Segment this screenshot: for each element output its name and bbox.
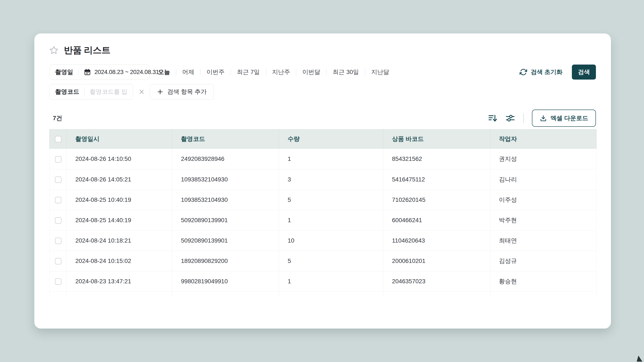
quick-range-item[interactable]: 지난주 [272,68,290,76]
select-all-checkbox[interactable] [55,136,62,142]
quick-ranges: 오늘어제이번주최근 7일지난주이번달최근 30일지난달 [158,68,389,76]
page-header: 반품 리스트 [49,33,596,55]
cell-product-barcode: 600466241 [384,210,490,230]
download-icon [540,114,547,122]
quick-range-item[interactable]: 이번주 [206,68,224,76]
cell-shoot-code: 50920890139901 [172,210,279,230]
cell-shoot-code: 99802819049910 [172,271,279,292]
code-filter-row: 촬영코드 검색 항목 추가 [49,84,596,99]
table-row[interactable]: 2024-08-26 14:05:21 10938532104930 3 541… [50,169,596,190]
cell-product-barcode: 5416475112 [384,169,490,190]
page-background: { "page": { "title": "반품 리스트", "count_la… [0,0,644,362]
column-header-shoot-code[interactable]: 촬영코드 [172,129,279,149]
date-field-label: 촬영일 [55,68,73,76]
cell-quantity: 1 [279,271,384,292]
cell-quantity: 3 [279,169,384,190]
toolbar-divider [523,113,524,123]
table-row[interactable]: 2024-08-24 10:18:21 50920890139901 10 11… [50,230,596,251]
list-toolbar: 7건 [49,109,596,127]
quick-range-item[interactable]: 지난달 [371,68,389,76]
cell-quantity: 5 [279,251,384,271]
row-checkbox[interactable] [55,156,62,163]
cell-worker: 이주성 [490,190,596,210]
cell-shoot-datetime: 2024-08-25 14:40:19 [67,210,172,230]
table-body: 2024-08-26 14:10:50 2492083928946 1 8543… [50,149,596,297]
excel-download-button[interactable]: 엑셀 다운로드 [532,110,596,127]
sliders-icon [505,113,515,123]
reset-search-label: 검색 초기화 [531,68,562,76]
toolbar-icons: 엑셀 다운로드 [488,110,596,127]
add-search-item-button[interactable]: 검색 항목 추가 [150,84,214,99]
quick-range-separator [365,69,365,75]
refresh-icon [520,68,527,76]
cell-shoot-code: 10938532104930 [172,169,279,190]
quick-range-separator [326,69,326,75]
remove-filter-button[interactable] [138,88,145,95]
excel-download-label: 엑셀 다운로드 [550,114,588,122]
column-settings-button[interactable] [505,113,515,123]
row-checkbox[interactable] [55,176,62,183]
sort-button[interactable] [488,113,498,123]
cell-shoot-datetime: 2024-08-26 14:05:21 [67,169,172,190]
cell-product-barcode: 854321562 [384,149,490,169]
cell-worker: 최태연 [490,230,596,251]
cell-worker: 김성규 [490,251,596,271]
row-checkbox[interactable] [55,278,62,285]
quick-range-separator [176,69,176,75]
cell-shoot-datetime: 2024-08-25 10:40:19 [67,190,172,210]
quick-range-item[interactable]: 어제 [182,68,194,76]
cell-quantity: 10 [279,230,384,251]
mouse-cursor [634,355,642,362]
cell-quantity: 5 [279,190,384,210]
cell-shoot-code: 18920890829200 [172,251,279,271]
date-range-value: 2024.08.23 ~ 2024.08.31 [94,69,159,75]
divider [84,87,84,96]
column-header-shoot-datetime[interactable]: 촬영일시 [67,129,172,149]
calendar-icon [84,68,91,76]
quick-range-item[interactable]: 이번달 [302,68,320,76]
row-checkbox[interactable] [55,217,62,224]
row-checkbox[interactable] [55,238,62,244]
table-row[interactable]: 2024-08-26 14:10:50 2492083928946 1 8543… [50,149,596,169]
cell-worker: 권지성 [490,149,596,169]
cell-worker: 김나리 [490,169,596,190]
column-header-quantity[interactable]: 수량 [279,129,384,149]
quick-range-separator [296,69,296,75]
column-header-worker[interactable]: 작업자 [490,129,596,149]
quick-range-separator [266,69,266,75]
table-header: 촬영일시 촬영코드 수량 상품 바코드 작업자 [50,129,596,149]
code-filter-field: 촬영코드 [49,84,133,99]
search-actions: 검색 초기화 검색 [520,64,596,79]
search-button[interactable]: 검색 [572,64,596,79]
code-input[interactable] [90,88,127,95]
table-row[interactable]: 2024-08-25 14:40:19 50920890139901 1 600… [50,210,596,230]
table-row[interactable]: 2024-08-25 10:40:19 10938532104930 5 710… [50,190,596,210]
content-card: 반품 리스트 촬영일 2024.08.23 ~ 2024.08.31 오늘어제이… [34,33,611,329]
quick-range-item[interactable]: 오늘 [158,68,170,76]
page-title: 반품 리스트 [64,44,110,56]
quick-range-item[interactable]: 최근 30일 [332,68,359,76]
table-row[interactable]: 2024-08-24 10:15:02 18920890829200 5 200… [50,251,596,271]
sort-icon [488,113,498,123]
add-search-item-label: 검색 항목 추가 [167,88,207,96]
cell-product-barcode: 2046357023 [384,271,490,292]
cell-product-barcode: 7102620145 [384,190,490,210]
cell-shoot-datetime: 2024-08-24 10:18:21 [67,230,172,251]
date-filter-row: 촬영일 2024.08.23 ~ 2024.08.31 오늘어제이번주최근 7일… [49,64,596,80]
cell-shoot-code: 50920890139901 [172,230,279,251]
quick-range-item[interactable]: 최근 7일 [237,68,260,76]
cell-quantity: 1 [279,149,384,169]
cell-shoot-code: 2492083928946 [172,149,279,169]
column-header-product-barcode[interactable]: 상품 바코드 [384,129,490,149]
table-row[interactable]: 2024-08-23 13:47:21 99802819049910 1 204… [50,271,596,292]
returns-table: 촬영일시 촬영코드 수량 상품 바코드 작업자 2024-08-26 14:10… [49,129,596,297]
favorite-star-icon[interactable] [49,46,58,55]
cell-shoot-code: 10938532104930 [172,190,279,210]
cell-shoot-datetime: 2024-08-24 10:15:02 [67,251,172,271]
row-checkbox[interactable] [55,258,62,264]
quick-range-separator [230,69,231,75]
row-checkbox[interactable] [55,197,62,203]
date-range-picker[interactable]: 촬영일 2024.08.23 ~ 2024.08.31 [49,64,150,80]
reset-search-button[interactable]: 검색 초기화 [520,68,562,76]
code-field-label: 촬영코드 [55,88,79,96]
